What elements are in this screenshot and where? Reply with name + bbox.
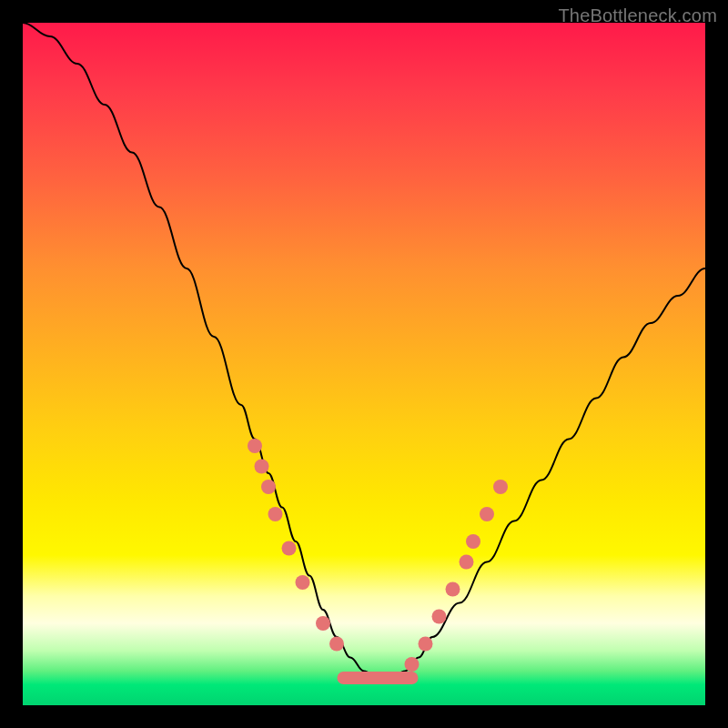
svg-point-16 <box>493 480 508 494</box>
svg-point-6 <box>296 575 310 590</box>
chart-svg <box>23 23 705 705</box>
svg-point-12 <box>446 582 460 597</box>
svg-point-3 <box>261 480 276 494</box>
svg-point-15 <box>480 507 494 521</box>
svg-point-2 <box>255 460 269 474</box>
svg-point-7 <box>316 616 330 631</box>
bottleneck-curve <box>23 23 705 678</box>
svg-point-8 <box>329 637 344 652</box>
svg-point-11 <box>432 610 447 624</box>
svg-point-14 <box>466 534 480 549</box>
curve-markers <box>248 439 508 672</box>
svg-point-13 <box>460 555 474 570</box>
svg-point-4 <box>268 507 283 521</box>
svg-point-1 <box>248 439 262 453</box>
svg-point-5 <box>282 541 297 556</box>
svg-point-9 <box>405 657 420 672</box>
svg-point-10 <box>419 637 433 652</box>
